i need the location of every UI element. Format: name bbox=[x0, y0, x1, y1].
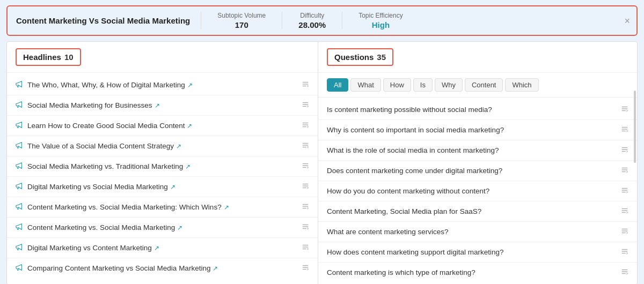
filter-tab-why[interactable]: Why bbox=[435, 78, 463, 92]
sort-icon[interactable] bbox=[302, 182, 309, 191]
question-item: Does content marketing come under digita… bbox=[318, 161, 637, 181]
headline-item: Learn How to Create Good Social Media Co… bbox=[7, 116, 318, 136]
question-item: Content marketing is which type of marke… bbox=[318, 263, 637, 282]
megaphone-icon bbox=[16, 141, 23, 151]
question-text: What are content marketing services? bbox=[327, 228, 617, 236]
headline-item: Content Marketing vs. Social Media Marke… bbox=[7, 218, 318, 238]
sort-icon[interactable] bbox=[302, 162, 309, 171]
headline-item: Digital Marketing vs Social Media Market… bbox=[7, 177, 318, 197]
sort-icon[interactable] bbox=[302, 223, 309, 232]
top-bar: Content Marketing Vs Social Media Market… bbox=[6, 5, 638, 36]
external-link-icon[interactable]: ↗ bbox=[177, 224, 182, 231]
main-content: Headlines 10 The Who, What, Why, & How o… bbox=[6, 41, 638, 284]
headlines-header: Headlines 10 bbox=[7, 42, 318, 73]
headline-text: Comparing Content Marketing vs Social Me… bbox=[27, 264, 297, 272]
question-action-icon[interactable] bbox=[621, 125, 628, 134]
headline-item: Social Media Marketing vs. Traditional M… bbox=[7, 156, 318, 177]
external-link-icon[interactable]: ↗ bbox=[213, 265, 218, 272]
headlines-count: 10 bbox=[64, 53, 74, 62]
question-item: What are content marketing services? bbox=[318, 222, 637, 242]
question-text: Does content marketing come under digita… bbox=[327, 167, 617, 175]
question-text: How does content marketing support digit… bbox=[327, 248, 617, 256]
megaphone-icon bbox=[16, 121, 23, 130]
megaphone-icon bbox=[16, 264, 23, 273]
external-link-icon[interactable]: ↗ bbox=[155, 102, 160, 109]
external-link-icon[interactable]: ↗ bbox=[176, 143, 181, 150]
stat-value: 28.00% bbox=[298, 20, 326, 29]
questions-count: 35 bbox=[377, 53, 386, 62]
external-link-icon[interactable]: ↗ bbox=[187, 122, 192, 130]
sort-icon[interactable] bbox=[302, 121, 309, 130]
headline-text: The Who, What, Why, & How of Digital Mar… bbox=[27, 81, 297, 89]
headline-text: Content Marketing vs. Social Media Marke… bbox=[27, 203, 297, 211]
filter-tab-how[interactable]: How bbox=[383, 78, 411, 92]
headline-item: The Value of a Social Media Content Stra… bbox=[7, 136, 318, 156]
external-link-icon[interactable]: ↗ bbox=[224, 204, 229, 211]
sort-icon[interactable] bbox=[302, 141, 309, 151]
question-item: How does content marketing support digit… bbox=[318, 242, 637, 263]
questions-list: Is content marketing possible without so… bbox=[318, 98, 637, 284]
headline-text: Content Marketing vs. Social Media Marke… bbox=[27, 223, 297, 231]
stat-label: Topic Efficiency bbox=[358, 12, 402, 19]
filter-tab-what[interactable]: What bbox=[350, 78, 380, 92]
sort-icon[interactable] bbox=[302, 203, 309, 212]
headline-item: Comparing Content Marketing vs Social Me… bbox=[7, 258, 318, 278]
filter-tab-content[interactable]: Content bbox=[465, 78, 503, 92]
megaphone-icon bbox=[16, 203, 23, 212]
external-link-icon[interactable]: ↗ bbox=[187, 81, 193, 89]
headlines-label: Headlines bbox=[23, 53, 61, 62]
stat-label: Difficulty bbox=[300, 12, 324, 19]
question-text: Why is content so important in social me… bbox=[327, 126, 617, 134]
filter-tab-is[interactable]: Is bbox=[413, 78, 433, 92]
megaphone-icon bbox=[16, 223, 23, 232]
headline-text: Digital Marketing vs Content Marketing ↗ bbox=[27, 244, 297, 252]
questions-header-border: Questions 35 bbox=[327, 48, 393, 66]
filter-tab-which[interactable]: Which bbox=[505, 78, 538, 92]
question-action-icon[interactable] bbox=[621, 146, 628, 155]
question-action-icon[interactable] bbox=[621, 186, 628, 196]
megaphone-icon bbox=[16, 182, 23, 191]
sort-icon[interactable] bbox=[302, 264, 309, 273]
question-item: What is the role of social media in cont… bbox=[318, 140, 637, 161]
filter-tabs-container: AllWhatHowIsWhyContentWhich bbox=[318, 73, 637, 98]
questions-header: Questions 35 bbox=[318, 42, 637, 73]
question-item: Why is content so important in social me… bbox=[318, 120, 637, 140]
question-action-icon[interactable] bbox=[621, 248, 628, 257]
question-text: Content Marketing, Social Media plan for… bbox=[327, 207, 617, 215]
question-action-icon[interactable] bbox=[621, 268, 628, 277]
megaphone-icon bbox=[16, 162, 23, 171]
stat-value: 170 bbox=[235, 20, 248, 29]
headline-text: The Value of a Social Media Content Stra… bbox=[27, 142, 297, 150]
stat-item: Difficulty 28.00% bbox=[282, 12, 342, 29]
question-text: Is content marketing possible without so… bbox=[327, 106, 617, 114]
headline-item: Social Media Marketing for Businesses ↗ bbox=[7, 95, 318, 116]
sort-icon[interactable] bbox=[302, 101, 309, 110]
headline-item: Digital Marketing vs Content Marketing ↗ bbox=[7, 238, 318, 258]
stat-value: High bbox=[372, 20, 390, 29]
question-text: What is the role of social media in cont… bbox=[327, 146, 617, 154]
question-action-icon[interactable] bbox=[621, 207, 628, 216]
question-item: Content Marketing, Social Media plan for… bbox=[318, 201, 637, 222]
questions-label: Questions bbox=[334, 53, 374, 62]
filter-tab-all[interactable]: All bbox=[327, 78, 348, 92]
close-button[interactable]: × bbox=[624, 16, 630, 26]
headlines-header-border: Headlines 10 bbox=[16, 48, 81, 66]
question-text: Content marketing is which type of marke… bbox=[327, 268, 617, 276]
stat-item: Topic Efficiency High bbox=[342, 12, 419, 29]
scrollbar[interactable] bbox=[634, 91, 636, 163]
sort-icon[interactable] bbox=[302, 243, 309, 252]
headlines-list: The Who, What, Why, & How of Digital Mar… bbox=[7, 73, 318, 280]
headline-text: Learn How to Create Good Social Media Co… bbox=[27, 122, 297, 130]
external-link-icon[interactable]: ↗ bbox=[170, 183, 175, 191]
stat-item: Subtopic Volume 170 bbox=[201, 12, 282, 29]
external-link-icon[interactable]: ↗ bbox=[185, 163, 191, 170]
headline-item: Content Marketing vs. Social Media Marke… bbox=[7, 197, 318, 218]
external-link-icon[interactable]: ↗ bbox=[154, 244, 159, 252]
sort-icon[interactable] bbox=[302, 80, 309, 89]
topic-title: Content Marketing Vs Social Media Market… bbox=[16, 16, 190, 25]
question-action-icon[interactable] bbox=[621, 166, 628, 175]
question-action-icon[interactable] bbox=[621, 105, 628, 114]
headline-item: The Who, What, Why, & How of Digital Mar… bbox=[7, 75, 318, 95]
headline-text: Social Media Marketing vs. Traditional M… bbox=[27, 162, 297, 170]
question-action-icon[interactable] bbox=[621, 227, 628, 236]
